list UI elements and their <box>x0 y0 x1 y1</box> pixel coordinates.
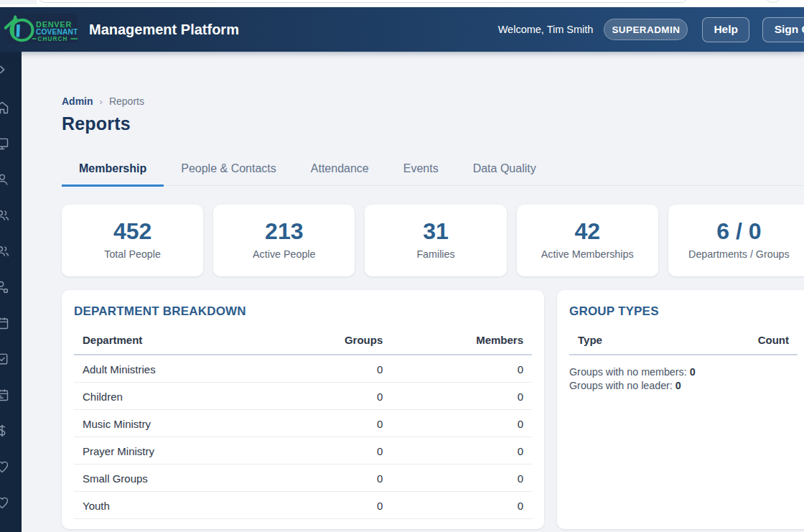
svg-text:COVENANT: COVENANT <box>36 28 78 36</box>
svg-text:CHURCH: CHURCH <box>38 36 68 42</box>
svg-text:DENVER: DENVER <box>36 20 72 29</box>
